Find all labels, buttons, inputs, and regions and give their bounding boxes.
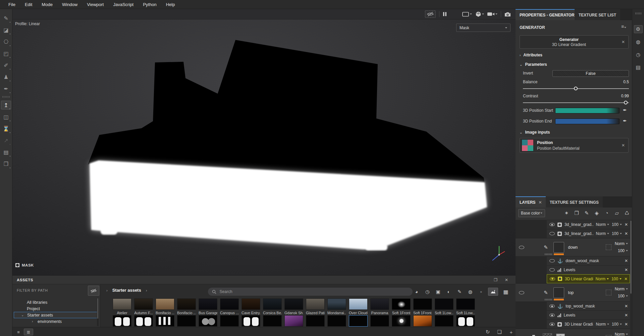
asset-tile[interactable]: Atelier [113, 298, 131, 315]
asset-tile[interactable] [306, 315, 325, 327]
breadcrumb-forward-icon[interactable]: › [146, 288, 147, 292]
position-input-slot[interactable]: Position Position DefaultMaterial ✕ [520, 138, 629, 153]
tree-item-all-libraries[interactable]: All libraries [12, 299, 98, 305]
layer-effect-row[interactable]: 3d_linear_grad...Norm100✕ [547, 229, 630, 238]
expander-icon[interactable]: › [32, 320, 33, 323]
dock-handle-icon[interactable] [635, 12, 641, 14]
tree-item-project[interactable]: Project [12, 305, 98, 312]
remove-effect-icon[interactable]: ✕ [625, 304, 628, 308]
transform-button[interactable]: ↗ [1, 136, 11, 145]
tab-texture-set-list[interactable]: TEXTURE SET LIST [575, 9, 620, 20]
asset-tile[interactable]: Canopus ... [220, 298, 239, 315]
filter-filters-icon[interactable]: ◐ [445, 288, 452, 296]
asset-tile[interactable] [263, 315, 282, 327]
resources-updater-button[interactable]: ◫ [1, 112, 11, 121]
mask-thumbnail[interactable] [553, 287, 564, 298]
history-icon[interactable]: ◷ [634, 51, 643, 59]
shelf-button[interactable]: ❒ [1, 159, 11, 168]
asset-tile[interactable] [177, 315, 196, 327]
asset-tile[interactable]: Soft 1Low... [435, 298, 453, 315]
menu-window[interactable]: Window [58, 1, 82, 8]
tree-item-environments[interactable]: ›environments [12, 318, 98, 325]
asset-tile[interactable]: Bus Garage [199, 298, 217, 315]
hide-filters-button[interactable] [88, 286, 99, 296]
filter-smart-materials-icon[interactable]: ◷ [424, 288, 431, 296]
remove-position-input-icon[interactable]: ✕ [618, 143, 628, 148]
position-end-swatch[interactable] [555, 118, 620, 124]
asset-tile[interactable] [370, 315, 389, 327]
layer-effect-row[interactable]: ⚓top_wood_mask✕ [547, 301, 630, 310]
filter-smart-masks-icon[interactable]: ▣ [434, 288, 442, 296]
remove-effect-icon[interactable]: ✕ [625, 322, 628, 327]
filter-brushes-icon[interactable]: ✎ [456, 288, 463, 296]
details-view-icon[interactable]: ≣ [24, 329, 33, 335]
remove-effect-icon[interactable]: ✕ [624, 277, 628, 281]
asset-tile[interactable] [392, 315, 411, 327]
sort-menu-icon[interactable]: ≡ [621, 24, 626, 29]
asset-tile[interactable]: Cave Entry... [241, 298, 260, 315]
remove-generator-icon[interactable]: ✕ [618, 40, 628, 44]
layer-group-row[interactable]: ✎topNorm100 [516, 283, 630, 301]
menu-file[interactable]: File [4, 1, 20, 8]
refresh-icon[interactable]: ↻ [484, 329, 492, 335]
blend-mode-dropdown[interactable]: Norm [596, 222, 609, 227]
search-input[interactable] [219, 289, 409, 294]
balance-slider[interactable] [523, 87, 629, 91]
delete-layer-icon[interactable]: ♺ [624, 210, 630, 216]
image-inputs-header[interactable]: ⌄Image inputs [520, 130, 550, 135]
visibility-eye-icon[interactable] [549, 314, 555, 317]
position-end-picker-icon[interactable]: ✒ [623, 118, 627, 124]
remove-effect-icon[interactable]: ✕ [625, 222, 628, 227]
mask-thumbnail[interactable] [553, 242, 564, 253]
asset-tile[interactable] [134, 315, 153, 327]
filter-textures-icon[interactable]: ▫ [477, 288, 485, 296]
tab-texture-set-settings[interactable]: TEXTURE SET SETTINGS [546, 196, 603, 207]
contrast-slider[interactable] [523, 101, 629, 105]
asset-tile-selected[interactable] [349, 315, 368, 327]
projection-tool[interactable]: ⎔ [1, 37, 11, 46]
add-group-icon[interactable]: ▱ [614, 210, 620, 216]
display-settings-icon[interactable]: ⚙ [634, 25, 643, 33]
visibility-eye-icon[interactable] [549, 223, 555, 226]
clone-tool[interactable]: ♟ [1, 73, 11, 81]
asset-tile[interactable]: Soft 1Front... [413, 298, 432, 315]
filter-environments-icon[interactable] [488, 288, 498, 296]
remove-effect-icon[interactable]: ✕ [625, 231, 628, 236]
asset-tile[interactable] [241, 315, 260, 327]
asset-tile[interactable]: Glazed Patio [306, 298, 325, 315]
tree-scrollbar[interactable] [97, 298, 99, 326]
tab-layers[interactable]: LAYERS✕ [516, 196, 546, 207]
add-fill-layer-icon[interactable]: ◈ [594, 210, 599, 216]
mask-thumbnail[interactable] [556, 334, 565, 336]
layer-effect-row[interactable]: 3d_linear_grad...Norm100✕ [547, 220, 630, 229]
asset-tile[interactable]: Corsica Be... [263, 298, 282, 315]
asset-tile[interactable] [199, 315, 217, 327]
asset-tile[interactable] [113, 315, 131, 327]
breadcrumb-back-icon[interactable]: › [106, 288, 108, 292]
tree-item-starter-assets[interactable]: ⌄Starter assets [14, 312, 98, 318]
menu-edit[interactable]: Edit [20, 1, 37, 8]
visibility-eye-icon[interactable] [549, 268, 555, 272]
paint-tool[interactable]: ✎ [1, 14, 11, 22]
menu-help[interactable]: Help [162, 1, 179, 8]
asset-tile[interactable] [156, 315, 174, 327]
add-smart-material-icon[interactable]: ❐ [574, 210, 579, 216]
viewport-3d[interactable]: Profile: Linear Mask [12, 9, 516, 275]
asset-tile[interactable]: Bonifacio ... [177, 298, 196, 315]
asset-tile[interactable] [413, 315, 432, 327]
attributes-header[interactable]: ›Attributes [520, 53, 542, 57]
layer-effect-row[interactable]: Levels✕ [547, 310, 630, 320]
add-smart-mask-icon[interactable]: ✶ [564, 210, 569, 216]
asset-tile[interactable]: Mondarrai... [327, 298, 346, 315]
opacity-dropdown[interactable]: 100 [611, 277, 622, 281]
menu-viewport[interactable]: Viewport [83, 1, 108, 8]
contrast-slider-knob[interactable] [624, 101, 628, 104]
layer-effect-row[interactable]: 3D Linear Gradi...Norm100✕ [547, 320, 630, 329]
search-bar[interactable] [208, 288, 413, 296]
invert-toggle-button[interactable]: False [552, 70, 629, 77]
document-resources-button[interactable]: ▤ [1, 148, 11, 156]
asset-tile[interactable] [456, 315, 475, 327]
history-button[interactable]: ⌛ [1, 124, 11, 133]
blend-mode-dropdown[interactable]: Norm [615, 332, 628, 336]
add-effect-icon[interactable]: ◔ [604, 210, 609, 216]
